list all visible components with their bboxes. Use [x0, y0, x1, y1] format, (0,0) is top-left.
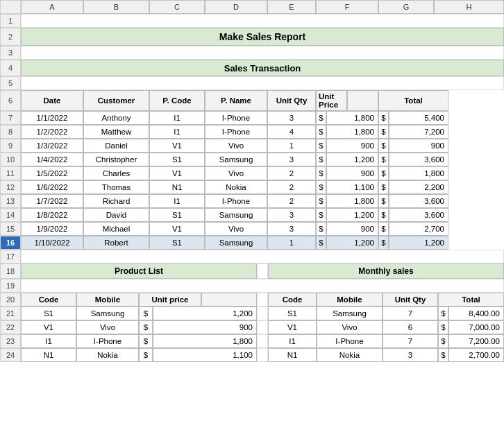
row-num-2: 2 — [0, 28, 21, 46]
row-19: 19 — [0, 279, 504, 293]
row-num-15: 15 — [0, 222, 21, 236]
row-20: 20 Code Mobile Unit price Code Mobile Un… — [0, 293, 504, 307]
header-unitqty: Unit Qty — [267, 90, 316, 111]
row-num-6: 6 — [0, 90, 21, 111]
row-22: 22 V1 Vivo $ 900 V1 Vivo 6 $ 7,000.00 — [0, 320, 504, 334]
row-num-7: 7 — [0, 111, 21, 125]
row-3: 3 — [0, 46, 504, 60]
row-6: 6 Date Customer P. Code P. Name Unit Qty… — [0, 90, 504, 111]
row-num-17: 17 — [0, 250, 21, 264]
col-headers: A B C D E F G H — [21, 0, 504, 14]
row-num-21: 21 — [0, 307, 21, 320]
row-num-10: 10 — [0, 153, 21, 166]
spreadsheet: A B C D E F G H 1 2 Make Sales Report 3 … — [0, 0, 504, 362]
row-num-4: 4 — [0, 60, 21, 76]
row-7: 7 1/1/2022 Anthony I1 I-Phone 3 $ 1,800 … — [0, 111, 504, 125]
row-num-12: 12 — [0, 180, 21, 194]
ms-total-header: Total — [438, 293, 504, 307]
header-customer: Customer — [83, 90, 149, 111]
pl-unitprice-header: Unit price — [139, 293, 201, 307]
pl-code-header: Code — [21, 293, 76, 307]
row-21: 21 S1 Samsung $ 1,200 S1 Samsung 7 $ 8,4… — [0, 307, 504, 320]
col-header-row: A B C D E F G H — [0, 0, 504, 14]
pl-mobile-header: Mobile — [76, 293, 139, 307]
row-num-24: 24 — [0, 348, 21, 362]
col-D: D — [205, 0, 267, 14]
row-num-13: 13 — [0, 194, 21, 208]
row-num-9: 9 — [0, 139, 21, 153]
header-date: Date — [21, 90, 83, 111]
row-11: 11 1/5/2022 Charles V1 Vivo 2 $ 900 $ 1,… — [0, 166, 504, 180]
row-14: 14 1/8/2022 David S1 Samsung 3 $ 1,200 $… — [0, 208, 504, 222]
header-unitprice-val — [347, 90, 378, 111]
row-8: 8 1/2/2022 Matthew I1 I-Phone 4 $ 1,800 … — [0, 125, 504, 139]
col-E: E — [267, 0, 316, 14]
row-num-18: 18 — [0, 264, 21, 279]
row-num-20: 20 — [0, 293, 21, 307]
row-num-14: 14 — [0, 208, 21, 222]
row-num-3: 3 — [0, 46, 21, 60]
ms-code-header: Code — [268, 293, 317, 307]
row-1: 1 — [0, 14, 504, 28]
header-unitprice: Unit Price — [316, 90, 347, 111]
corner-cell — [0, 0, 21, 14]
row-num-22: 22 — [0, 320, 21, 334]
col-H: H — [434, 0, 504, 14]
main-title: Make Sales Report — [21, 28, 504, 46]
row-num-1: 1 — [0, 14, 21, 28]
row-15: 15 1/9/2022 Michael V1 Vivo 3 $ 900 $ 2,… — [0, 222, 504, 236]
row-num-5: 5 — [0, 76, 21, 90]
row-num-23: 23 — [0, 334, 21, 348]
pl-price-val-header — [201, 293, 257, 307]
monthly-sales-title: Monthly sales — [268, 264, 504, 279]
row-12: 12 1/6/2022 Thomas N1 Nokia 2 $ 1,100 $ … — [0, 180, 504, 194]
row-24: 24 N1 Nokia $ 1,100 N1 Nokia 3 $ 2,700.0… — [0, 348, 504, 362]
col-F: F — [316, 0, 378, 14]
header-total: Total — [378, 90, 448, 111]
row-num-8: 8 — [0, 125, 21, 139]
col-A: A — [21, 0, 83, 14]
ms-mobile-header: Mobile — [317, 293, 383, 307]
col-B: B — [83, 0, 149, 14]
row-10: 10 1/4/2022 Christopher S1 Samsung 3 $ 1… — [0, 153, 504, 166]
row-23: 23 I1 I-Phone $ 1,800 I1 I-Phone 7 $ 7,2… — [0, 334, 504, 348]
sub-title: Sales Transaction — [21, 60, 504, 76]
row-4: 4 Sales Transaction — [0, 60, 504, 76]
row-13: 13 1/7/2022 Richard I1 I-Phone 2 $ 1,800… — [0, 194, 504, 208]
row-num-16: 16 — [0, 236, 21, 250]
row-num-19: 19 — [0, 279, 21, 293]
header-pname: P. Name — [205, 90, 267, 111]
ms-qty-header: Unit Qty — [383, 293, 438, 307]
product-list-title: Product List — [21, 264, 257, 279]
row-num-11: 11 — [0, 166, 21, 180]
row-9: 9 1/3/2022 Daniel V1 Vivo 1 $ 900 $ 900 — [0, 139, 504, 153]
col-G: G — [378, 0, 434, 14]
row-5: 5 — [0, 76, 504, 90]
row-2: 2 Make Sales Report — [0, 28, 504, 46]
col-C: C — [149, 0, 205, 14]
row-16: 16 1/10/2022 Robert S1 Samsung 1 $ 1,200… — [0, 236, 504, 250]
header-pcode: P. Code — [149, 90, 205, 111]
row-17: 17 — [0, 250, 504, 264]
row-18: 18 Product List Monthly sales — [0, 264, 504, 279]
